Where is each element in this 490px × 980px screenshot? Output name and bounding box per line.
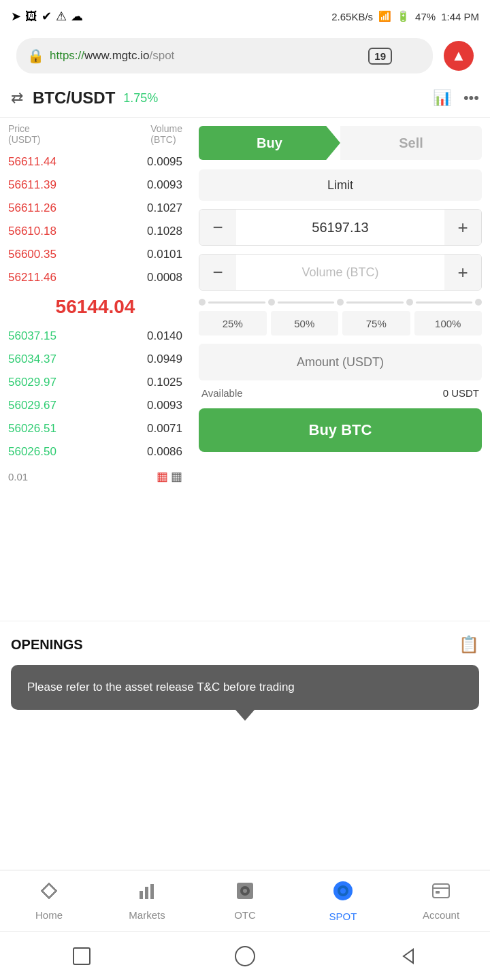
volume-header: Volume(BTC) — [150, 123, 182, 145]
buy-orders: 56037.15 0.0140 56034.37 0.0949 56029.97… — [0, 325, 191, 463]
sell-orders: 56611.44 0.0095 56611.39 0.0093 56611.26… — [0, 150, 191, 289]
status-left: ➤ 🖼 ✔ ⚠ ☁ — [11, 9, 83, 24]
sell-order-row: 56611.39 0.0093 — [0, 174, 191, 197]
clock: 1:44 PM — [441, 11, 479, 22]
order-book-bottom: 0.01 ▦ ▦ — [0, 463, 191, 489]
signal-icon: 📶 — [378, 10, 391, 22]
volume-decrease-button[interactable]: − — [199, 255, 236, 290]
buy-btc-button[interactable]: Buy BTC — [199, 408, 482, 452]
tooltip-container: Please refer to the asset release T&C be… — [11, 665, 479, 721]
pct-line-4 — [416, 301, 473, 304]
buy-order-row: 56029.97 0.1025 — [0, 371, 191, 394]
home-icon — [39, 881, 59, 905]
status-right: 2.65KB/s 📶 🔋 47% 1:44 PM — [331, 10, 479, 22]
buy-tab[interactable]: Buy — [199, 126, 340, 160]
buy-order-row: 56026.51 0.0071 — [0, 417, 191, 440]
pct-dot-25 — [268, 299, 275, 306]
recent-apps-button[interactable] — [65, 940, 98, 973]
header-actions: 📊 ••• — [433, 89, 479, 107]
svg-rect-13 — [436, 891, 440, 894]
spot-icon — [332, 880, 354, 906]
bottom-nav: Home Markets OTC — [0, 870, 490, 931]
tooltip-box: Please refer to the asset release T&C be… — [11, 665, 479, 710]
svg-point-7 — [243, 889, 247, 893]
nav-home[interactable]: Home — [0, 870, 98, 931]
nav-account[interactable]: Account — [392, 870, 490, 931]
available-label: Available — [201, 387, 243, 399]
price-decrease-button[interactable]: − — [199, 210, 236, 245]
lock-icon: 🔒 — [27, 48, 44, 64]
pct-25-button[interactable]: 25% — [199, 311, 267, 336]
refresh-button[interactable]: ▲ — [444, 41, 474, 71]
nav-icon: ➤ — [11, 9, 21, 24]
cloud-icon: ☁ — [71, 9, 83, 24]
trading-header: ⇄ BTC/USDT 1.75% 📊 ••• — [0, 79, 490, 118]
tooltip-message: Please refer to the asset release T&C be… — [27, 681, 295, 693]
status-bar: ➤ 🖼 ✔ ⚠ ☁ 2.65KB/s 📶 🔋 47% 1:44 PM — [0, 0, 490, 33]
nav-spot[interactable]: SPOT — [294, 870, 392, 931]
check-icon: ✔ — [42, 9, 52, 24]
sell-order-row: 56611.44 0.0095 — [0, 150, 191, 174]
sell-order-row: 56610.18 0.1028 — [0, 220, 191, 243]
pct-buttons: 25% 50% 75% 100% — [199, 311, 482, 336]
markets-label: Markets — [129, 909, 165, 921]
pct-75-button[interactable]: 75% — [342, 311, 410, 336]
available-row: Available 0 USDT — [199, 387, 482, 399]
chart-toggle-icon[interactable]: 📊 — [433, 89, 451, 107]
trading-panel: Buy Sell Limit − + − Volume (BTC) + — [191, 118, 490, 621]
pct-50-button[interactable]: 50% — [271, 311, 339, 336]
buy-order-row: 56029.67 0.0093 — [0, 394, 191, 417]
nav-otc[interactable]: OTC — [196, 870, 294, 931]
pct-100-button[interactable]: 100% — [414, 311, 483, 336]
price-input[interactable] — [236, 220, 444, 235]
pair-title: BTC/USDT — [33, 88, 115, 108]
sell-order-row: 56611.26 0.1027 — [0, 197, 191, 220]
order-type-icon[interactable]: ▦ ▦ — [157, 469, 182, 484]
markets-icon — [137, 881, 157, 905]
swap-icon[interactable]: ⇄ — [11, 89, 23, 107]
otc-label: OTC — [234, 909, 256, 921]
volume-placeholder: Volume (BTC) — [236, 265, 444, 280]
pct-line-1 — [208, 301, 265, 304]
pct-dot-50 — [337, 299, 344, 306]
amount-input[interactable] — [199, 344, 482, 380]
volume-increase-button[interactable]: + — [444, 255, 481, 290]
system-nav — [0, 931, 490, 980]
account-label: Account — [423, 909, 459, 921]
svg-rect-2 — [140, 891, 143, 899]
account-icon — [431, 881, 451, 905]
nav-markets[interactable]: Markets — [98, 870, 196, 931]
volume-input-row: − Volume (BTC) + — [199, 254, 482, 291]
order-type-button[interactable]: Limit — [199, 169, 482, 201]
speed-indicator: 2.65KB/s — [331, 11, 373, 22]
more-options-icon[interactable]: ••• — [463, 89, 479, 107]
url-path: /spot — [149, 49, 174, 62]
sell-tab[interactable]: Sell — [340, 126, 482, 160]
pct-dot-0 — [199, 299, 206, 306]
main-content: Price(USDT) Volume(BTC) 56611.44 0.0095 … — [0, 118, 490, 621]
openings-list-icon[interactable]: 📋 — [459, 635, 479, 654]
home-button[interactable] — [229, 940, 261, 973]
spot-label: SPOT — [329, 911, 357, 922]
price-increase-button[interactable]: + — [444, 210, 481, 245]
browser-bar[interactable]: 🔒 https://www.mgtc.io/spot 19 — [16, 38, 433, 74]
openings-section: OPENINGS 📋 — [0, 621, 490, 665]
svg-marker-14 — [404, 949, 413, 963]
available-value: 0 USDT — [443, 387, 479, 399]
url-protocol: https:// — [50, 49, 84, 62]
tab-count[interactable]: 19 — [368, 48, 392, 65]
pct-line-3 — [346, 301, 404, 304]
back-button[interactable] — [392, 940, 425, 973]
pct-slider-track — [199, 299, 482, 306]
pct-dot-75 — [406, 299, 413, 306]
browser-icons: 19 — [368, 48, 392, 65]
svg-rect-3 — [145, 887, 148, 899]
otc-icon — [235, 881, 255, 905]
buy-order-row: 56034.37 0.0949 — [0, 348, 191, 371]
warning-icon: ⚠ — [56, 9, 67, 24]
battery-icon: 🔋 — [397, 10, 410, 22]
home-label: Home — [35, 909, 63, 921]
buy-sell-tabs: Buy Sell — [199, 126, 482, 160]
buy-order-row: 56026.50 0.0086 — [0, 440, 191, 463]
openings-title: OPENINGS — [11, 637, 83, 653]
